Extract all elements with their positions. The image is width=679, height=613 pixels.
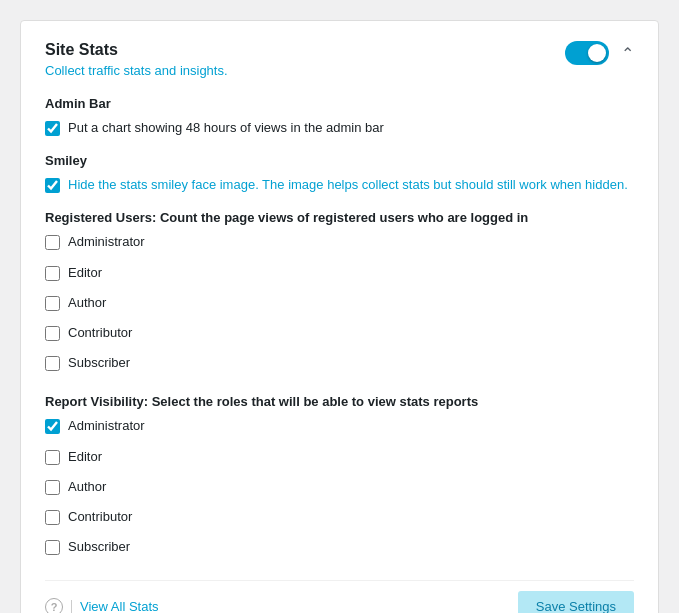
visibility-administrator-checkbox[interactable] — [45, 419, 60, 434]
list-item: Author — [45, 478, 634, 496]
site-stats-card: Site Stats Collect traffic stats and ins… — [20, 20, 659, 613]
admin-bar-checkbox-label: Put a chart showing 48 hours of views in… — [68, 119, 384, 137]
registered-contributor-checkbox[interactable] — [45, 326, 60, 341]
registered-administrator-checkbox[interactable] — [45, 235, 60, 250]
list-item: Subscriber — [45, 538, 634, 556]
save-settings-button[interactable]: Save Settings — [518, 591, 634, 613]
registered-editor-label: Editor — [68, 264, 102, 282]
smiley-label: Smiley — [45, 153, 634, 168]
smiley-checkbox[interactable] — [45, 178, 60, 193]
header-controls: ⌃ — [565, 41, 634, 65]
footer-divider — [71, 600, 72, 613]
report-visibility-role-list: Administrator Editor Author Contributor … — [45, 417, 634, 562]
registered-author-checkbox[interactable] — [45, 296, 60, 311]
visibility-contributor-label: Contributor — [68, 508, 132, 526]
admin-bar-section: Admin Bar Put a chart showing 48 hours o… — [45, 96, 634, 137]
admin-bar-label: Admin Bar — [45, 96, 634, 111]
view-all-stats-link[interactable]: View All Stats — [80, 599, 159, 613]
list-item: Subscriber — [45, 354, 634, 372]
page-subtitle: Collect traffic stats and insights. — [45, 63, 228, 78]
registered-administrator-label: Administrator — [68, 233, 145, 251]
page-title: Site Stats — [45, 41, 228, 59]
visibility-author-checkbox[interactable] — [45, 480, 60, 495]
toggle-track — [565, 41, 609, 65]
footer-left: ? View All Stats — [45, 598, 159, 613]
visibility-editor-label: Editor — [68, 448, 102, 466]
collapse-chevron[interactable]: ⌃ — [621, 44, 634, 63]
registered-users-section: Registered Users: Count the page views o… — [45, 210, 634, 378]
registered-contributor-label: Contributor — [68, 324, 132, 342]
list-item: Contributor — [45, 324, 634, 342]
list-item: Editor — [45, 448, 634, 466]
admin-bar-checkbox-row: Put a chart showing 48 hours of views in… — [45, 119, 634, 137]
smiley-checkbox-row: Hide the stats smiley face image. The im… — [45, 176, 634, 194]
list-item: Administrator — [45, 417, 634, 435]
smiley-section: Smiley Hide the stats smiley face image.… — [45, 153, 634, 194]
header-text: Site Stats Collect traffic stats and ins… — [45, 41, 228, 78]
registered-editor-checkbox[interactable] — [45, 266, 60, 281]
visibility-contributor-checkbox[interactable] — [45, 510, 60, 525]
stats-toggle[interactable] — [565, 41, 609, 65]
list-item: Contributor — [45, 508, 634, 526]
list-item: Administrator — [45, 233, 634, 251]
admin-bar-checkbox[interactable] — [45, 121, 60, 136]
registered-author-label: Author — [68, 294, 106, 312]
list-item: Editor — [45, 264, 634, 282]
visibility-subscriber-checkbox[interactable] — [45, 540, 60, 555]
smiley-checkbox-label: Hide the stats smiley face image. The im… — [68, 176, 628, 194]
footer: ? View All Stats Save Settings — [45, 580, 634, 613]
registered-users-label: Registered Users: Count the page views o… — [45, 210, 634, 225]
visibility-editor-checkbox[interactable] — [45, 450, 60, 465]
visibility-author-label: Author — [68, 478, 106, 496]
list-item: Author — [45, 294, 634, 312]
toggle-thumb — [588, 44, 606, 62]
registered-users-role-list: Administrator Editor Author Contributor … — [45, 233, 634, 378]
visibility-subscriber-label: Subscriber — [68, 538, 130, 556]
registered-subscriber-label: Subscriber — [68, 354, 130, 372]
header-row: Site Stats Collect traffic stats and ins… — [45, 41, 634, 78]
registered-subscriber-checkbox[interactable] — [45, 356, 60, 371]
help-icon[interactable]: ? — [45, 598, 63, 613]
report-visibility-label: Report Visibility: Select the roles that… — [45, 394, 634, 409]
report-visibility-section: Report Visibility: Select the roles that… — [45, 394, 634, 562]
visibility-administrator-label: Administrator — [68, 417, 145, 435]
